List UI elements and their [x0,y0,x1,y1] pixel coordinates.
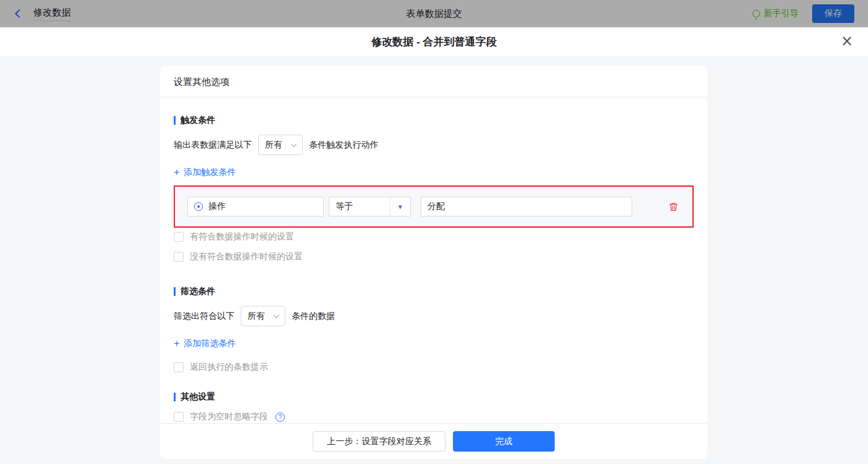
filter-match-value: 所有 [248,311,265,322]
section-trigger-conditions: 触发条件 [174,115,694,126]
checkbox-label: 字段为空时忽略字段 [190,411,268,422]
section-bar-icon [174,116,176,125]
filter-line-prefix: 筛选出符合以下 [174,311,235,322]
checkbox-ignore-empty[interactable] [174,412,184,422]
checkbox-has-matching[interactable] [174,232,184,242]
filter-match-select[interactable]: 所有 [241,306,285,326]
section-filter-conditions: 筛选条件 [174,286,694,297]
checkbox-label: 有符合数据操作时候的设置 [190,231,294,243]
highlighted-condition-row: 操作 等于 ▼ 分配 [174,185,694,228]
field-type-icon [194,202,203,211]
trigger-condition-line: 输出表数据满足以下 所有 条件触发执行动作 [174,135,694,155]
page-title: 表单数据提交 [0,8,868,20]
add-trigger-condition-label: 添加触发条件 [184,167,236,178]
close-icon[interactable]: × [841,33,853,48]
modal-header: 修改数据 - 合并到普通字段 × [0,27,868,57]
modal-body: 设置其他选项 触发条件 输出表数据满足以下 所有 条件触发执行动作 + 添加触发… [0,57,868,464]
plus-icon: + [174,167,179,177]
condition-operator-value: 等于 [329,197,390,216]
checkbox-row-no-matching: 没有符合数据操作时候的设置 [174,251,694,262]
filter-section-title: 筛选条件 [181,286,215,297]
lightbulb-icon [753,10,760,17]
checkbox-return-count[interactable] [174,362,184,372]
plus-icon: + [174,339,179,349]
add-trigger-condition-link[interactable]: + 添加触发条件 [174,167,694,178]
trigger-line-prefix: 输出表数据满足以下 [174,140,252,151]
trigger-match-value: 所有 [265,140,282,151]
chevron-down-icon [291,141,297,147]
condition-field-input[interactable]: 操作 [187,197,324,216]
condition-value-text: 分配 [427,201,445,212]
add-filter-condition-link[interactable]: + 添加筛选条件 [174,338,694,349]
trash-icon [668,202,679,212]
trigger-section-title: 触发条件 [181,115,215,126]
card-body: 触发条件 输出表数据满足以下 所有 条件触发执行动作 + 添加触发条件 操作 [160,97,707,423]
card-header: 设置其他选项 [160,66,707,97]
trigger-line-suffix: 条件触发执行动作 [309,140,378,151]
filter-condition-line: 筛选出符合以下 所有 条件的数据 [174,306,694,326]
delete-condition-button[interactable] [668,202,679,212]
filter-line-suffix: 条件的数据 [292,311,335,322]
checkbox-no-matching[interactable] [174,252,184,262]
section-bar-icon [174,287,176,296]
card-footer: 上一步：设置字段对应关系 完成 [160,423,707,459]
previous-step-button[interactable]: 上一步：设置字段对应关系 [313,431,445,452]
caret-down-icon: ▼ [390,197,410,216]
help-icon[interactable]: ? [275,413,285,422]
top-bar: 修改数据 表单数据提交 新手引导 保存 [0,0,868,27]
section-bar-icon [174,393,176,401]
modal-title: 修改数据 - 合并到普通字段 [371,35,496,49]
condition-operator-select[interactable]: 等于 ▼ [329,197,411,216]
condition-value-input[interactable]: 分配 [421,197,632,216]
add-filter-condition-label: 添加筛选条件 [184,338,236,349]
chevron-down-icon [274,312,280,318]
topbar-actions: 新手引导 保存 [753,4,868,23]
guide-label: 新手引导 [764,8,799,19]
checkbox-row-ignore-empty: 字段为空时忽略字段 ? [174,411,694,422]
trigger-match-select[interactable]: 所有 [258,135,303,155]
section-other-settings: 其他设置 [174,391,694,403]
other-section-title: 其他设置 [181,391,215,403]
checkbox-row-has-matching: 有符合数据操作时候的设置 [174,231,694,243]
checkbox-label: 返回执行的条数提示 [190,362,268,373]
done-button[interactable]: 完成 [453,431,555,452]
checkbox-label: 没有符合数据操作时候的设置 [190,251,303,262]
condition-field-value: 操作 [208,201,226,212]
save-button[interactable]: 保存 [812,4,854,23]
checkbox-row-return-count: 返回执行的条数提示 [174,362,694,373]
options-card: 设置其他选项 触发条件 输出表数据满足以下 所有 条件触发执行动作 + 添加触发… [160,66,707,459]
beginner-guide-link[interactable]: 新手引导 [753,8,799,19]
